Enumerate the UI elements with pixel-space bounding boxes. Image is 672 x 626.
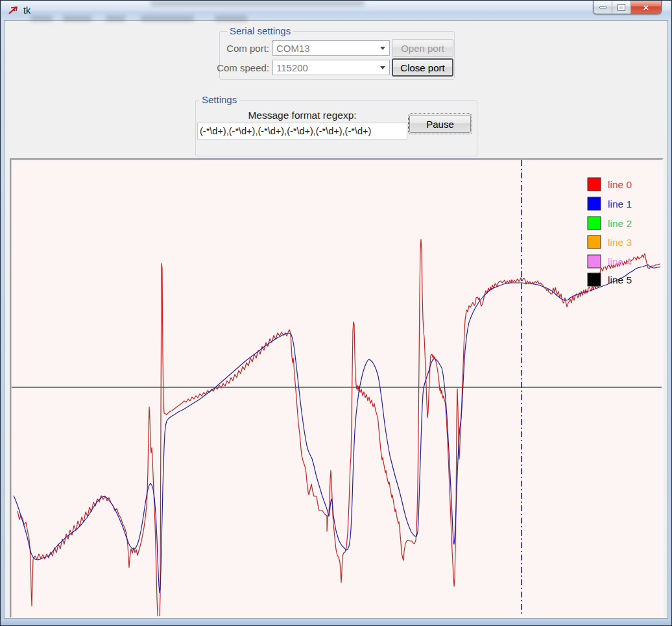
regexp-label: Message format regexp: (197, 110, 407, 121)
legend-swatch-4 (588, 255, 601, 268)
legend-label-3: line 3 (608, 237, 632, 248)
legend-label-1: line 1 (608, 199, 632, 210)
app-window: tk × Serial settings Com port: COM13 Ope… (0, 0, 672, 626)
window-controls: × (593, 1, 662, 14)
legend-label-4: line 4 (608, 256, 632, 267)
legend-label-5: line 5 (608, 274, 632, 285)
maximize-button[interactable] (612, 1, 631, 14)
window-title: tk (23, 5, 30, 16)
glass-blur-artifact (150, 1, 365, 6)
close-button[interactable]: × (631, 1, 661, 14)
close-icon: × (643, 2, 649, 13)
close-port-button[interactable]: Close port (392, 58, 453, 77)
pause-button[interactable]: Pause (409, 115, 471, 133)
legend-swatch-3 (588, 235, 601, 248)
com-speed-value: 115200 (273, 62, 376, 73)
title-bar[interactable]: tk × (1, 1, 671, 20)
settings-frame-label: Settings (199, 95, 239, 105)
legend-swatch-1 (588, 197, 601, 210)
chevron-down-icon[interactable] (376, 64, 389, 72)
plot-frame: line 0line 1line 2line 3line 4line 5 (10, 158, 664, 618)
window-border-right (668, 20, 671, 625)
chevron-down-icon[interactable] (376, 44, 389, 53)
minimize-button[interactable] (594, 1, 612, 14)
minimize-icon (599, 6, 606, 8)
serial-settings-frame-label: Serial settings (227, 26, 293, 36)
legend-label-0: line 0 (608, 179, 632, 190)
legend-swatch-5 (588, 273, 601, 286)
legend-label-2: line 2 (608, 218, 632, 229)
com-port-label: Com port: (219, 43, 269, 54)
plot-canvas: line 0line 1line 2line 3line 4line 5 (12, 160, 662, 616)
open-port-button[interactable]: Open port (392, 39, 453, 57)
plot-background (12, 160, 662, 616)
tk-feather-icon (8, 5, 19, 16)
com-speed-label: Com speed: (215, 62, 269, 73)
regexp-input[interactable] (197, 123, 407, 139)
com-port-value: COM13 (273, 43, 376, 54)
com-port-combobox[interactable]: COM13 (272, 40, 390, 56)
legend-swatch-2 (588, 217, 601, 230)
legend-swatch-0 (588, 178, 601, 191)
maximize-icon (618, 5, 625, 10)
window-border-bottom (1, 619, 671, 625)
com-speed-combobox[interactable]: 115200 (272, 60, 390, 75)
